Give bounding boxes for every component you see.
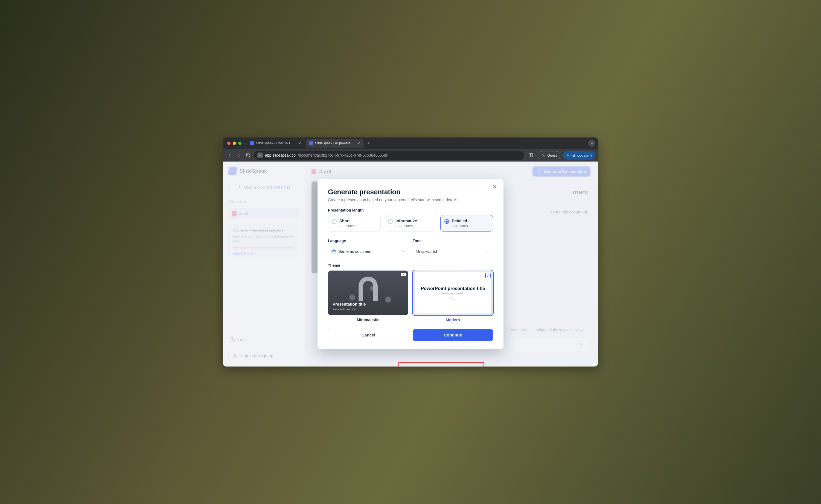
new-tab-button[interactable]: + — [365, 140, 372, 146]
length-option-detailed[interactable]: Detailed12+ slides — [440, 215, 493, 232]
finish-update-label: Finish update — [566, 153, 589, 157]
theme-minimalistic[interactable]: ● Presentation title Presentation sub ti… — [328, 270, 408, 322]
modal-actions: Cancel Continue — [328, 329, 493, 341]
url-domain: app.slidespeak.co — [265, 153, 296, 157]
back-button[interactable] — [226, 152, 233, 159]
close-modal-button[interactable]: ✕ — [491, 183, 499, 191]
guest-label: Guest — [547, 153, 557, 157]
tab-overflow-button[interactable] — [588, 140, 595, 147]
browser-toolbar: ⚙ app.slidespeak.co/document/ac0b27c0-bb… — [223, 149, 598, 162]
svg-rect-0 — [529, 154, 533, 157]
app-viewport: SlideSpeak Drag & drop or browse files D… — [223, 162, 598, 367]
browser-window: SlideSpeak - ChatGPT power... ✕ SlideSpe… — [223, 137, 598, 367]
svg-point-1 — [543, 154, 544, 155]
length-option-informative[interactable]: Informative8-12 slides — [384, 215, 437, 232]
tab-slidespeak-ai[interactable]: SlideSpeak | AI powered pres... ✕ — [306, 139, 363, 148]
kebab-icon — [591, 154, 592, 157]
theme-modern[interactable]: ✓ PowerPoint presentation title Presenta… — [413, 270, 493, 322]
profile-guest-button[interactable]: Guest — [538, 151, 560, 159]
theme-name: Minimalistic — [328, 318, 408, 322]
radio-icon — [445, 219, 449, 224]
cancel-button[interactable]: Cancel — [328, 329, 409, 341]
modal-backdrop: ✕ Generate presentation Create a present… — [223, 162, 598, 367]
annotation-highlight — [398, 362, 484, 367]
close-tab-icon[interactable]: ✕ — [357, 141, 360, 145]
radio-icon — [332, 219, 337, 224]
generate-presentation-modal: ✕ Generate presentation Create a present… — [317, 179, 504, 349]
tab-title: SlideSpeak | AI powered pres... — [315, 141, 354, 145]
theme-thumbnail: ✓ PowerPoint presentation title Presenta… — [413, 270, 493, 315]
tab-bar: SlideSpeak - ChatGPT power... ✕ SlideSpe… — [223, 137, 598, 149]
panel-icon[interactable] — [527, 151, 535, 159]
close-tab-icon[interactable]: ✕ — [298, 141, 301, 145]
chevron-down-icon — [486, 250, 490, 254]
language-label: Language — [328, 239, 408, 243]
window-controls — [227, 142, 241, 145]
minimize-window-icon[interactable] — [233, 142, 236, 145]
continue-button[interactable]: Continue — [413, 329, 493, 341]
modal-title: Generate presentation — [328, 188, 493, 196]
globe-icon — [331, 249, 336, 254]
close-window-icon[interactable] — [227, 142, 230, 145]
favicon-icon — [250, 141, 254, 145]
check-icon: ✓ — [485, 273, 491, 278]
thumb-badge: ● — [401, 273, 406, 276]
forward-button[interactable] — [235, 152, 242, 159]
reload-button[interactable] — [245, 152, 251, 159]
theme-options: ● Presentation title Presentation sub ti… — [328, 270, 493, 322]
theme-thumbnail: ● Presentation title Presentation sub ti… — [328, 270, 408, 315]
length-options: Short3-8 slides Informative8-12 slides D… — [328, 215, 493, 232]
url-path: /document/ac0b27c0-bb7c-420c-b7ef-575384… — [298, 153, 388, 157]
tab-slidespeak-chatgpt[interactable]: SlideSpeak - ChatGPT power... ✕ — [247, 139, 304, 148]
tone-label: Tone — [413, 239, 493, 243]
language-select[interactable]: Same as document — [328, 246, 408, 257]
tone-select[interactable]: Unspecified — [413, 246, 493, 257]
chevron-down-icon — [400, 250, 405, 254]
address-bar[interactable]: ⚙ app.slidespeak.co/document/ac0b27c0-bb… — [254, 151, 524, 160]
modal-subtitle: Create a presentation based on your cont… — [328, 198, 493, 202]
favicon-icon — [309, 141, 313, 145]
theme-label: Theme — [328, 263, 493, 268]
arch-icon — [358, 277, 378, 301]
finish-update-button[interactable]: Finish update — [563, 151, 595, 160]
maximize-window-icon[interactable] — [238, 142, 241, 145]
tab-title: SlideSpeak - ChatGPT power... — [256, 141, 295, 145]
site-settings-icon[interactable]: ⚙ — [257, 153, 263, 158]
radio-icon — [388, 219, 393, 224]
length-label: Presentation length — [328, 208, 493, 212]
length-option-short[interactable]: Short3-8 slides — [328, 215, 381, 232]
theme-name: Modern — [413, 318, 493, 322]
